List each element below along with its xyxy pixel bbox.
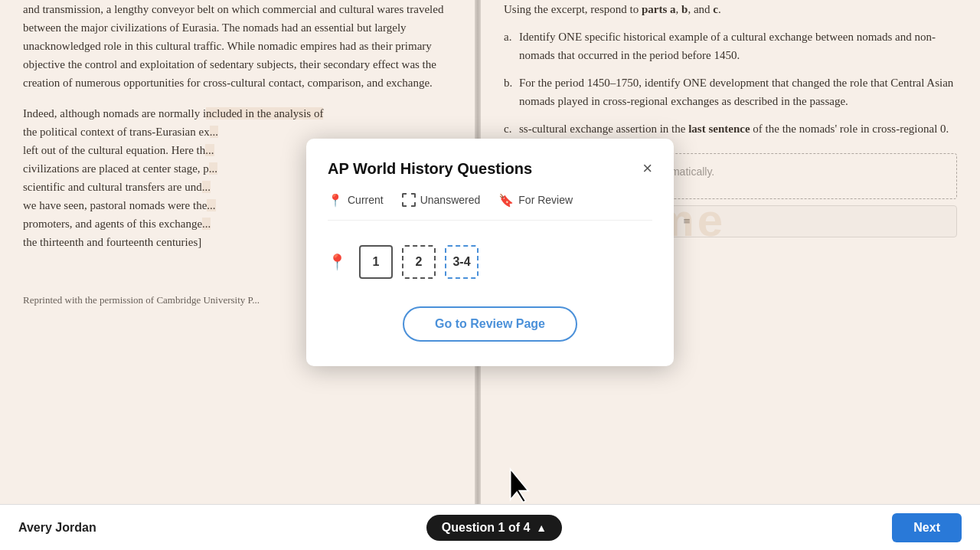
go-to-review-button[interactable]: Go to Review Page — [403, 306, 577, 342]
modal-legend: 📍 Current Unanswered 🔖 For Review — [328, 193, 652, 221]
bottom-bar: Avery Jordan Question 1 of 4 ▲ Next — [0, 504, 980, 550]
next-button[interactable]: Next — [892, 513, 962, 542]
chevron-up-icon: ▲ — [536, 522, 547, 534]
question-grid: 📍 1 2 3-4 — [328, 239, 652, 285]
question-label: Question 1 of 4 — [442, 521, 531, 535]
legend-unanswered: Unanswered — [402, 193, 481, 208]
student-name: Avery Jordan — [18, 521, 96, 535]
current-icon: 📍 — [328, 193, 343, 208]
legend-current-label: Current — [348, 194, 384, 206]
question-2-button[interactable]: 2 — [402, 245, 436, 279]
legend-for-review: 🔖 For Review — [498, 193, 573, 208]
modal-header: AP World History Questions × — [328, 160, 652, 178]
legend-unanswered-label: Unanswered — [420, 194, 481, 206]
legend-for-review-label: For Review — [518, 194, 573, 206]
question-3-4-button[interactable]: 3-4 — [445, 245, 479, 279]
questions-modal: AP World History Questions × 📍 Current U… — [306, 139, 674, 366]
legend-current: 📍 Current — [328, 193, 384, 208]
for-review-icon: 🔖 — [498, 193, 514, 208]
modal-close-button[interactable]: × — [642, 160, 652, 177]
pin-icon: 📍 — [328, 253, 347, 271]
question-pill[interactable]: Question 1 of 4 ▲ — [426, 515, 562, 541]
modal-overlay: AP World History Questions × 📍 Current U… — [0, 0, 980, 504]
question-1-button[interactable]: 1 — [359, 245, 393, 279]
modal-title: AP World History Questions — [328, 160, 532, 178]
unanswered-icon — [402, 193, 416, 207]
